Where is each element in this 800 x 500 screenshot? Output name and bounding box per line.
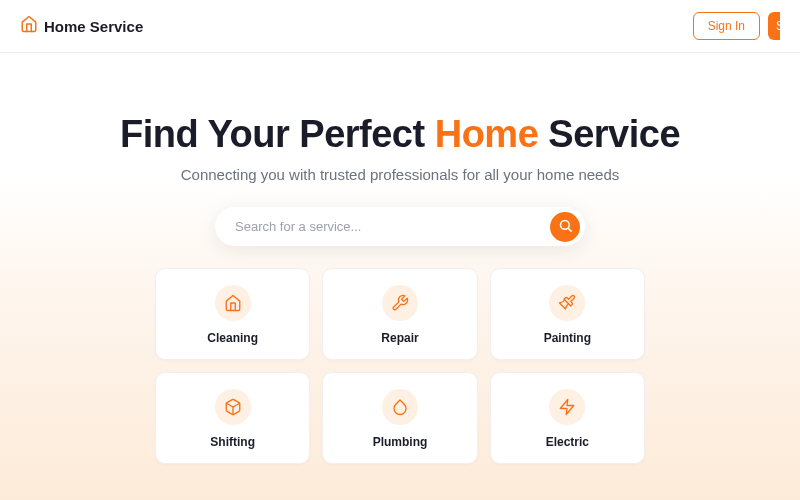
- search-button[interactable]: [550, 212, 580, 242]
- service-label: Electric: [546, 435, 589, 449]
- logo-text: Home Service: [44, 18, 143, 35]
- service-card-painting[interactable]: Painting: [490, 268, 645, 360]
- hero: Find Your Perfect Home Service Connectin…: [0, 53, 800, 484]
- signin-button[interactable]: Sign In: [693, 12, 760, 40]
- home-icon: [215, 285, 251, 321]
- hero-title-prefix: Find Your Perfect: [120, 113, 435, 155]
- header-actions: Sign In S: [693, 12, 780, 40]
- service-label: Plumbing: [373, 435, 428, 449]
- service-label: Painting: [544, 331, 591, 345]
- hero-title-suffix: Service: [538, 113, 680, 155]
- service-card-shifting[interactable]: Shifting: [155, 372, 310, 464]
- hero-subtitle: Connecting you with trusted professional…: [20, 166, 780, 183]
- home-icon: [20, 15, 38, 37]
- service-card-repair[interactable]: Repair: [322, 268, 477, 360]
- service-card-electric[interactable]: Electric: [490, 372, 645, 464]
- paintbrush-icon: [549, 285, 585, 321]
- droplet-icon: [382, 389, 418, 425]
- hero-title: Find Your Perfect Home Service: [20, 113, 780, 156]
- signup-button[interactable]: S: [768, 12, 780, 40]
- logo[interactable]: Home Service: [20, 15, 143, 37]
- service-label: Cleaning: [207, 331, 258, 345]
- service-label: Repair: [381, 331, 418, 345]
- service-label: Shifting: [210, 435, 255, 449]
- header: Home Service Sign In S: [0, 0, 800, 53]
- service-cards: Cleaning Repair Painting Shifting Plumbi…: [155, 268, 645, 464]
- hero-title-accent: Home: [435, 113, 539, 155]
- wrench-icon: [382, 285, 418, 321]
- service-card-plumbing[interactable]: Plumbing: [322, 372, 477, 464]
- search-input[interactable]: [215, 207, 585, 246]
- search-icon: [558, 218, 573, 236]
- search-wrap: [215, 207, 585, 246]
- zap-icon: [549, 389, 585, 425]
- box-icon: [215, 389, 251, 425]
- service-card-cleaning[interactable]: Cleaning: [155, 268, 310, 360]
